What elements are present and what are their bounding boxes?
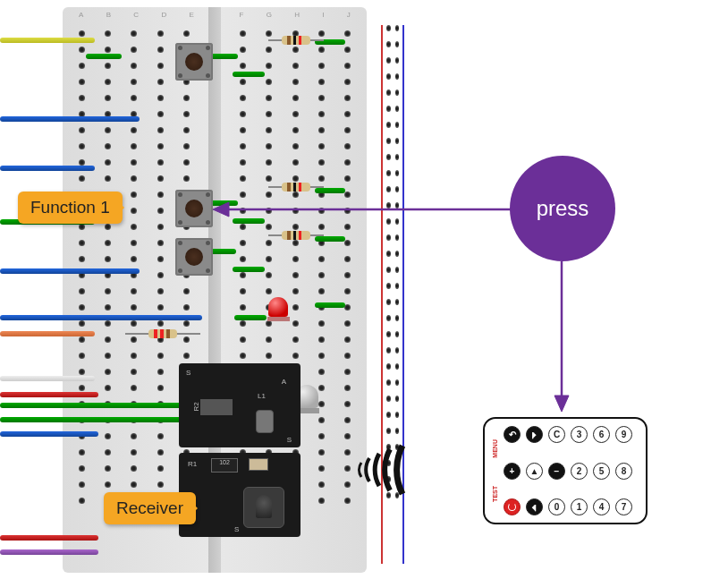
press-indicator: press — [510, 156, 615, 261]
wire — [234, 315, 267, 320]
resistor-brown — [125, 329, 200, 338]
remote-key[interactable]: 0 — [548, 498, 565, 515]
wire — [0, 331, 95, 336]
remote-key[interactable]: 7 — [615, 498, 632, 515]
wire — [233, 267, 265, 272]
ir-remote[interactable]: MENU TEST ↶⏵C369+▲−258⏴0147 — [483, 417, 648, 524]
signal-waves-icon — [340, 430, 420, 510]
remote-key[interactable]: C — [548, 426, 565, 443]
wire — [0, 166, 95, 171]
ir-receiver-module: R1 102 S — [179, 453, 301, 537]
wire — [0, 431, 98, 437]
wire — [0, 38, 95, 43]
remote-key[interactable]: 6 — [593, 426, 610, 443]
push-button-3[interactable] — [175, 238, 213, 276]
label-receiver: Receiver — [104, 492, 196, 524]
wire — [0, 535, 98, 541]
push-button-1[interactable] — [175, 43, 213, 81]
ir-module-top: S R2 L1 A S — [179, 363, 301, 447]
remote-key[interactable]: ▲ — [526, 463, 543, 480]
remote-key[interactable]: + — [504, 463, 521, 480]
remote-key[interactable]: 9 — [615, 426, 632, 443]
arrow-to-button — [211, 199, 515, 220]
label-function1: Function 1 — [18, 192, 123, 224]
column-labels: ABCDEFGHIJ — [79, 11, 351, 19]
remote-key[interactable]: 8 — [615, 463, 632, 480]
remote-key[interactable] — [504, 498, 521, 515]
wire — [0, 417, 188, 422]
wire — [0, 376, 95, 381]
svg-marker-3 — [554, 396, 569, 412]
svg-marker-1 — [213, 202, 229, 217]
remote-key[interactable]: 1 — [571, 498, 588, 515]
arrow-to-remote — [551, 261, 572, 413]
wire — [315, 302, 345, 308]
remote-key[interactable]: − — [548, 463, 565, 480]
led-red — [268, 297, 288, 322]
wire — [0, 403, 188, 408]
remote-key[interactable]: 4 — [593, 498, 610, 515]
resistor — [268, 36, 324, 45]
remote-key[interactable]: 3 — [571, 426, 588, 443]
wire — [0, 116, 140, 122]
remote-key[interactable]: ↶ — [504, 426, 521, 443]
wire — [0, 315, 202, 320]
resistor — [268, 231, 324, 240]
remote-key[interactable]: ⏵ — [526, 426, 543, 443]
wire — [0, 549, 98, 555]
remote-side-menu: MENU — [492, 439, 498, 458]
wire — [233, 72, 265, 77]
remote-side-test: TEST — [492, 486, 498, 502]
remote-key[interactable]: ⏴ — [526, 498, 543, 515]
push-button-function1[interactable] — [175, 190, 213, 227]
remote-key[interactable]: 5 — [593, 463, 610, 480]
wire — [86, 54, 122, 59]
resistor — [268, 183, 324, 192]
wire — [0, 268, 140, 274]
wire — [0, 392, 98, 397]
remote-key[interactable]: 2 — [571, 463, 588, 480]
